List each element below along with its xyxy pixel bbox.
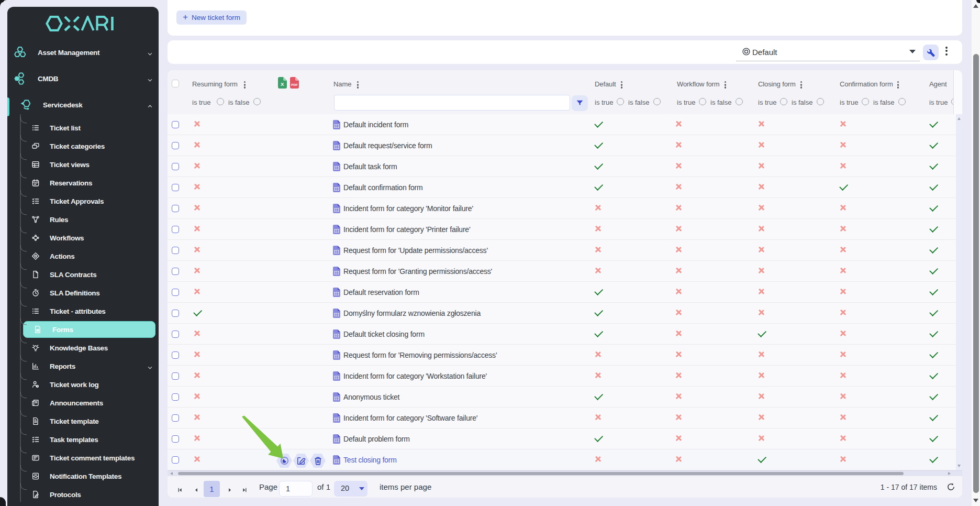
svg-text:X: X [281, 81, 284, 87]
svg-text:PDF: PDF [291, 83, 298, 86]
